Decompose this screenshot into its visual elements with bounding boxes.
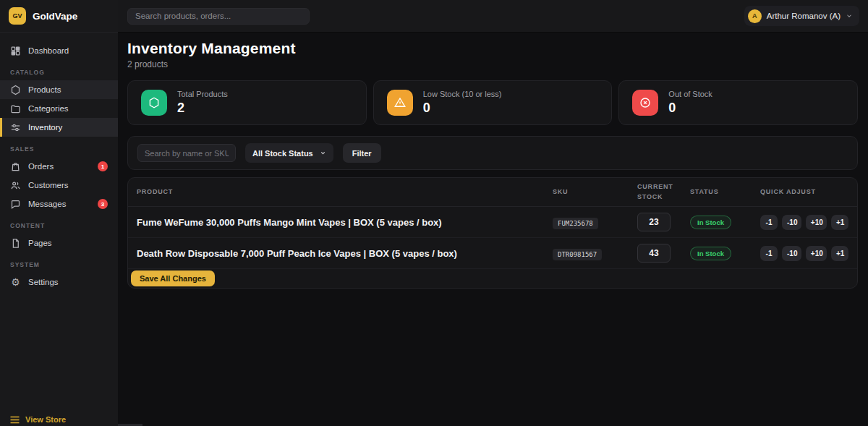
hexagon-icon [141,90,167,116]
sku-chip: DTR0981567 [553,249,602,260]
chevron-down-icon [320,150,326,156]
chat-bubble-icon [10,199,21,210]
avatar: A [748,9,762,23]
status-badge: In Stock [690,216,731,229]
column-header-adjust: QUICK ADJUST [760,187,848,197]
sidebar-item-label: Inventory [28,123,62,132]
sidebar-item-label: Orders [28,162,54,171]
users-icon [10,180,21,191]
messages-badge: 3 [98,199,108,209]
sidebar-section-system: SYSTEM [0,252,118,273]
adjust-plus-1-button[interactable]: +1 [831,246,848,261]
gear-icon: ⚙ [10,277,21,288]
topbar: A Arthur Romanov (A) [118,0,868,33]
sidebar: GV GoldVape Dashboard CATALOG [0,0,118,426]
sidebar-item-categories[interactable]: Categories [0,99,118,118]
table-row: Death Row Disposable 7,000 Puff Peach Ic… [128,238,857,269]
hexagon-icon [10,85,21,95]
page-subtitle: 2 products [127,59,858,69]
adjust-minus-10-button[interactable]: -10 [782,246,801,261]
document-icon [10,238,21,249]
sidebar-item-customers[interactable]: Customers [0,176,118,195]
column-header-status: STATUS [690,187,760,197]
product-name: Fume WeFume 30,000 Puffs Mango Mint Vape… [137,217,553,228]
sku-chip: FUM235678 [553,218,598,229]
main-area: A Arthur Romanov (A) Inventory Managemen… [118,0,868,426]
adjust-minus-10-button[interactable]: -10 [782,215,801,230]
sidebar-item-label: Customers [28,181,69,189]
store-icon [10,416,20,424]
table-header: PRODUCT SKU CURRENT STOCK STATUS QUICK A… [128,178,857,207]
user-name: Arthur Romanov (A) [767,12,841,20]
folder-icon [10,103,21,114]
status-badge: In Stock [690,247,731,260]
warning-triangle-icon [387,90,413,116]
product-name: Death Row Disposable 7,000 Puff Peach Ic… [137,248,553,259]
sidebar-item-dashboard[interactable]: Dashboard [0,41,118,60]
sidebar-item-label: Dashboard [28,46,69,55]
filter-bar: All Stock Status Filter [127,136,858,170]
adjust-plus-10-button[interactable]: +10 [806,246,827,261]
stock-status-select[interactable]: All Stock Status [245,143,333,163]
stat-card-low-stock: Low Stock (10 or less) 0 [373,80,613,125]
user-menu[interactable]: A Arthur Romanov (A) [744,6,859,26]
stat-label: Out of Stock [668,90,712,98]
adjust-plus-10-button[interactable]: +10 [806,215,827,230]
sliders-icon [10,122,21,133]
sidebar-item-products[interactable]: Products [0,80,118,99]
save-all-changes-button[interactable]: Save All Changes [131,270,215,286]
global-search-input[interactable] [127,8,310,25]
brand-name: GoldVape [33,11,77,22]
adjust-minus-1-button[interactable]: -1 [760,215,778,230]
inventory-search-input[interactable] [137,144,236,162]
stat-label: Low Stock (10 or less) [423,90,502,98]
sidebar-item-label: Pages [28,239,52,247]
sidebar-footer: View Store [0,415,118,426]
sidebar-item-label: Settings [28,278,59,286]
stat-card-total-products: Total Products 2 [127,80,367,125]
stock-quantity-input[interactable] [637,213,671,231]
page-content: Inventory Management 2 products Total Pr… [118,33,868,289]
stat-cards: Total Products 2 Low Stock (10 or less) … [127,80,858,125]
sidebar-item-label: Messages [28,200,66,208]
stat-value: 0 [668,101,712,116]
adjust-minus-1-button[interactable]: -1 [760,246,778,261]
column-header-sku: SKU [553,187,637,197]
sidebar-item-label: Categories [28,104,69,113]
stock-quantity-input[interactable] [637,244,671,263]
stat-value: 0 [423,101,502,116]
orders-badge: 1 [98,161,108,171]
brand: GV GoldVape [0,0,118,33]
sidebar-item-orders[interactable]: Orders 1 [0,157,118,176]
dashboard-grid-icon [10,46,21,56]
circle-x-icon [632,90,658,116]
adjust-plus-1-button[interactable]: +1 [831,215,848,230]
sidebar-section-catalog: CATALOG [0,60,118,80]
shopping-bag-icon [10,161,21,172]
sidebar-item-settings[interactable]: ⚙ Settings [0,273,118,291]
brand-logo: GV [9,7,26,25]
stock-status-value: All Stock Status [252,149,313,158]
table-footer: Save All Changes [128,269,857,288]
sidebar-item-pages[interactable]: Pages [0,234,118,252]
sidebar-item-messages[interactable]: Messages 3 [0,195,118,213]
stat-card-out-of-stock: Out of Stock 0 [618,80,858,125]
sidebar-item-inventory[interactable]: Inventory [0,118,118,137]
column-header-stock: CURRENT STOCK [637,182,690,201]
inventory-table: PRODUCT SKU CURRENT STOCK STATUS QUICK A… [127,177,858,289]
app-window: GV GoldVape Dashboard CATALOG [0,0,868,426]
page-title: Inventory Management [127,40,858,57]
stat-value: 2 [177,101,228,116]
sidebar-section-sales: SALES [0,137,118,157]
column-header-product: PRODUCT [137,187,553,197]
chevron-down-icon [846,12,853,20]
filter-button[interactable]: Filter [343,143,381,163]
table-row: Fume WeFume 30,000 Puffs Mango Mint Vape… [128,207,857,238]
sidebar-section-content: CONTENT [0,213,118,234]
stat-label: Total Products [177,90,228,98]
view-store-link[interactable]: View Store [25,415,66,424]
sidebar-item-label: Products [28,85,61,94]
sidebar-nav: Dashboard CATALOG Products Categories [0,33,118,415]
